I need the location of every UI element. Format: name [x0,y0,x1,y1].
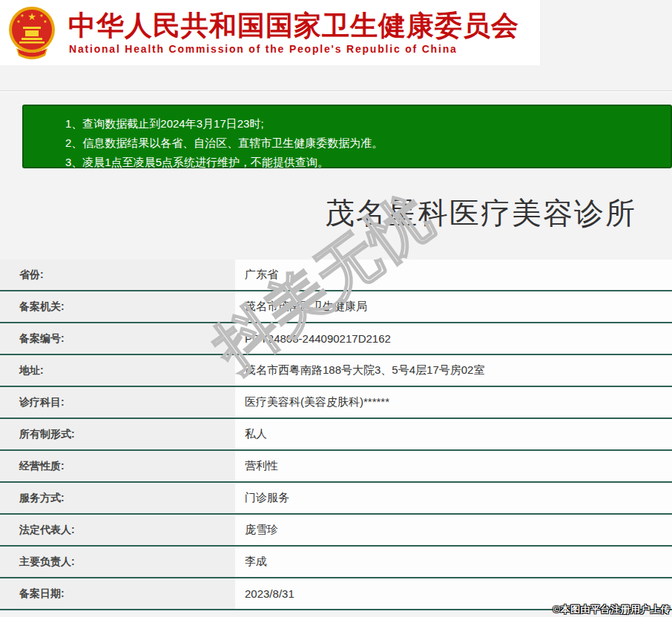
site-header: ★ ★ ★ ★ ★ 中华人民共和国国家卫生健康委员会 National Heal… [0,0,540,65]
notice-line-3: 3、凌晨1点至凌晨5点系统进行维护，不能提供查询。 [65,153,671,172]
record-value: 广东省 [235,260,672,290]
svg-text:★: ★ [20,13,24,18]
china-national-emblem-icon: ★ ★ ★ ★ ★ [7,4,56,62]
upload-credit-watermark: ©本图由平台注册用户上传 [553,603,671,616]
notice-line-1: 1、查询数据截止到2024年3月17日23时; [65,114,671,133]
record-label: 主要负责人: [0,547,235,577]
svg-text:★: ★ [27,11,36,22]
record-label: 备案机关: [0,291,235,322]
page-canvas: ★ ★ ★ ★ ★ 中华人民共和国国家卫生健康委员会 National Heal… [0,0,672,617]
records-table: 省份: 广东省 备案机关: 茂名市茂南区卫生健康局 备案编号: PDY24808… [0,260,672,610]
record-label: 服务方式: [0,483,235,513]
record-label: 备案日期: [0,578,235,609]
record-value: 茂名市西粤南路188号大院3、5号4层17号房02室 [235,355,672,386]
record-row: 经营性质: 营利性 [0,451,672,483]
record-value: PDY24808-244090217D2162 [235,323,672,354]
record-label: 省份: [0,260,235,290]
record-row: 备案机关: 茂名市茂南区卫生健康局 [0,291,672,323]
header-title-cn: 中华人民共和国国家卫生健康委员会 [68,7,519,44]
notice-line-2: 2、信息数据结果以各省、自治区、直辖市卫生健康委数据为准。 [65,133,671,153]
record-label: 经营性质: [0,451,235,481]
svg-text:★: ★ [16,19,20,24]
svg-text:★: ★ [43,19,47,24]
notice-box: 1、查询数据截止到2024年3月17日23时; 2、信息数据结果以各省、自治区、… [22,105,672,168]
header-title-en: National Health Commission of the People… [69,43,458,55]
record-value: 门诊服务 [235,483,672,513]
record-row: 服务方式: 门诊服务 [0,483,672,515]
record-row: 地址: 茂名市西粤南路188号大院3、5号4层17号房02室 [0,355,672,387]
record-value: 营利性 [235,451,672,481]
record-value: 茂名市茂南区卫生健康局 [235,291,672,322]
record-row: 所有制形式: 私人 [0,419,672,451]
record-value: 庞雪珍 [235,515,672,545]
clinic-title: 茂名星科医疗美容诊所 [0,193,672,234]
record-row: 诊疗科目: 医疗美容科(美容皮肤科)****** [0,387,672,419]
record-value: 医疗美容科(美容皮肤科)****** [235,387,672,418]
record-label: 备案编号: [0,323,235,354]
header-divider [0,90,672,92]
record-row: 省份: 广东省 [0,260,672,291]
record-label: 法定代表人: [0,515,235,545]
record-label: 地址: [0,355,235,386]
record-row: 主要负责人: 李成 [0,547,672,578]
svg-text:★: ★ [39,13,43,18]
record-row: 备案编号: PDY24808-244090217D2162 [0,323,672,355]
record-value: 李成 [235,547,672,577]
record-label: 所有制形式: [0,419,235,449]
record-label: 诊疗科目: [0,387,235,418]
record-row: 法定代表人: 庞雪珍 [0,515,672,547]
record-value: 私人 [235,419,672,449]
